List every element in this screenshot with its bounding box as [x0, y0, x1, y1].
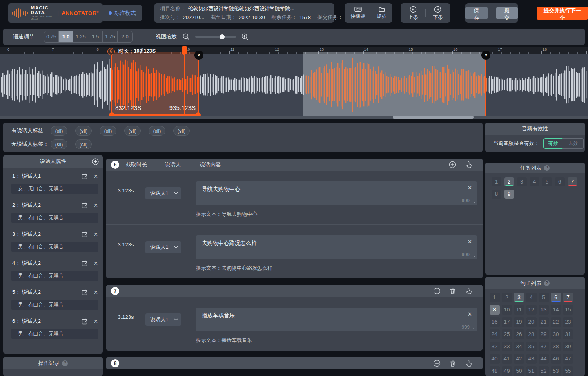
edit-speaker-button[interactable]: [82, 231, 88, 237]
sentence-item-20[interactable]: 20: [526, 317, 537, 327]
sentence-item-26[interactable]: 26: [514, 329, 524, 339]
add-row-button[interactable]: [433, 287, 441, 295]
content-textarea[interactable]: 播放车载音乐✕999: [196, 308, 477, 331]
speaker-description[interactable]: 男、有口音、无噪音: [11, 271, 98, 281]
task-item-5[interactable]: 5: [542, 177, 552, 186]
sil-tag-pill[interactable]: (sil): [75, 126, 92, 136]
speed-option-0.75[interactable]: 0.75: [44, 31, 59, 42]
task-item-1[interactable]: 1: [492, 177, 501, 186]
sentence-item-47[interactable]: 47: [563, 354, 573, 364]
sentence-item-2[interactable]: 2: [502, 293, 512, 302]
timeline-ruler[interactable]: 6789101112131415161718: [0, 47, 588, 54]
sil-tag-pill[interactable]: (sil): [173, 126, 190, 136]
drag-segment-button[interactable]: [465, 287, 472, 295]
speed-option-1.0[interactable]: 1.0: [59, 31, 74, 42]
speed-option-2.0[interactable]: 2.0: [118, 31, 132, 42]
sentence-item-25[interactable]: 25: [502, 329, 512, 339]
submit-and-next-button[interactable]: 提交并执行下一个: [537, 7, 588, 20]
task-item-3[interactable]: 3: [517, 177, 527, 186]
sentence-item-24[interactable]: 24: [490, 329, 500, 339]
speaker-description[interactable]: 男、有口音、无噪音: [11, 242, 98, 252]
task-item-2[interactable]: 2: [504, 177, 514, 186]
sentence-item-40[interactable]: 40: [490, 354, 500, 364]
sentence-item-13[interactable]: 13: [539, 305, 549, 315]
playhead[interactable]: [184, 47, 185, 116]
edit-speaker-button[interactable]: [82, 289, 88, 295]
sentence-item-4[interactable]: 4: [526, 293, 537, 302]
sentence-item-32[interactable]: 32: [490, 342, 500, 351]
resize-handle-icon[interactable]: [472, 327, 475, 330]
sentence-item-22[interactable]: 22: [551, 317, 561, 327]
sentence-item-37[interactable]: 37: [539, 342, 549, 351]
invalid-option[interactable]: 无效: [564, 138, 584, 149]
edit-speaker-button[interactable]: [82, 260, 88, 266]
sil-tag-pill[interactable]: (sil): [124, 126, 141, 136]
resize-handle-icon[interactable]: [472, 200, 475, 204]
sil-tag-pill[interactable]: (sil): [149, 126, 165, 136]
sil-tag-pill[interactable]: (sil): [75, 139, 92, 149]
sentence-item-11[interactable]: 11: [514, 305, 524, 315]
sentence-item-39[interactable]: 39: [563, 342, 573, 351]
clear-text-button[interactable]: ✕: [468, 185, 472, 191]
sentence-item-33[interactable]: 33: [502, 342, 512, 351]
sentence-item-38[interactable]: 38: [551, 342, 561, 351]
help-icon[interactable]: ?: [544, 165, 550, 171]
sentence-item-10[interactable]: 10: [502, 305, 512, 315]
spec-button[interactable]: 规范: [377, 7, 387, 20]
drag-segment-button[interactable]: [465, 161, 472, 168]
prev-item-button[interactable]: 上条: [408, 6, 418, 21]
valid-option[interactable]: 有效: [543, 138, 564, 149]
task-item-8[interactable]: 8: [492, 190, 501, 199]
remove-speaker-button[interactable]: ✕: [94, 202, 98, 208]
sentence-item-31[interactable]: 31: [563, 329, 573, 339]
zoom-slider[interactable]: [195, 36, 236, 38]
remove-speaker-button[interactable]: ✕: [94, 260, 98, 266]
sentence-item-15[interactable]: 15: [563, 305, 573, 315]
speaker-select[interactable]: 说话人1: [145, 313, 181, 326]
clear-text-button[interactable]: ✕: [468, 311, 472, 317]
content-textarea[interactable]: 去购物中心路况怎么样✕999: [196, 235, 477, 259]
sentence-item-50[interactable]: 50: [514, 366, 524, 376]
sentence-item-28[interactable]: 28: [526, 329, 537, 339]
sil-tag-pill[interactable]: (sil): [51, 139, 67, 149]
sentence-item-23[interactable]: 23: [563, 317, 573, 327]
sentence-item-6[interactable]: 6: [551, 293, 561, 302]
speaker-select[interactable]: 说话人1: [145, 241, 181, 253]
speaker-description[interactable]: 男、有口音、无噪音: [11, 329, 98, 339]
sentence-item-44[interactable]: 44: [539, 354, 549, 364]
save-button[interactable]: 保存: [466, 7, 488, 19]
sentence-item-5[interactable]: 5: [539, 293, 549, 302]
sentence-item-3[interactable]: 3: [514, 293, 524, 302]
submit-button[interactable]: 提交: [496, 7, 518, 19]
sentence-item-48[interactable]: 48: [490, 366, 500, 376]
remove-speaker-button[interactable]: ✕: [94, 318, 98, 325]
sentence-item-41[interactable]: 41: [502, 354, 512, 364]
remove-speaker-button[interactable]: ✕: [94, 289, 98, 295]
sentence-item-21[interactable]: 21: [539, 317, 549, 327]
sentence-item-49[interactable]: 49: [502, 366, 512, 376]
close-region-button[interactable]: ✕: [194, 51, 203, 60]
sentence-item-14[interactable]: 14: [551, 305, 561, 315]
help-icon[interactable]: ?: [544, 280, 550, 286]
sentence-item-52[interactable]: 52: [539, 366, 549, 376]
speed-option-1.75[interactable]: 1.75: [103, 31, 118, 42]
shortcuts-button[interactable]: 快捷键: [351, 7, 365, 20]
drag-segment-button[interactable]: [465, 360, 472, 367]
edit-speaker-button[interactable]: [82, 318, 88, 325]
task-item-6[interactable]: 6: [555, 177, 565, 186]
sentence-item-30[interactable]: 30: [551, 329, 561, 339]
speed-option-1.5[interactable]: 1.5: [88, 31, 103, 42]
sentence-item-51[interactable]: 51: [526, 366, 537, 376]
edit-speaker-button[interactable]: [82, 173, 88, 179]
sentence-item-35[interactable]: 35: [526, 342, 537, 351]
content-textarea[interactable]: 导航去购物中心✕999: [196, 181, 477, 205]
zoom-in-icon[interactable]: [241, 33, 249, 41]
sentence-item-55[interactable]: 55: [563, 366, 573, 376]
delete-segment-button[interactable]: [450, 288, 456, 295]
waveform-scrollbar[interactable]: [0, 116, 588, 119]
speaker-description[interactable]: 男、有口音、无噪音: [11, 213, 98, 223]
sentence-item-19[interactable]: 19: [514, 317, 524, 327]
sentence-item-7[interactable]: 7: [563, 293, 573, 302]
delete-segment-button[interactable]: [450, 360, 456, 367]
speed-option-1.25[interactable]: 1.25: [74, 31, 88, 42]
